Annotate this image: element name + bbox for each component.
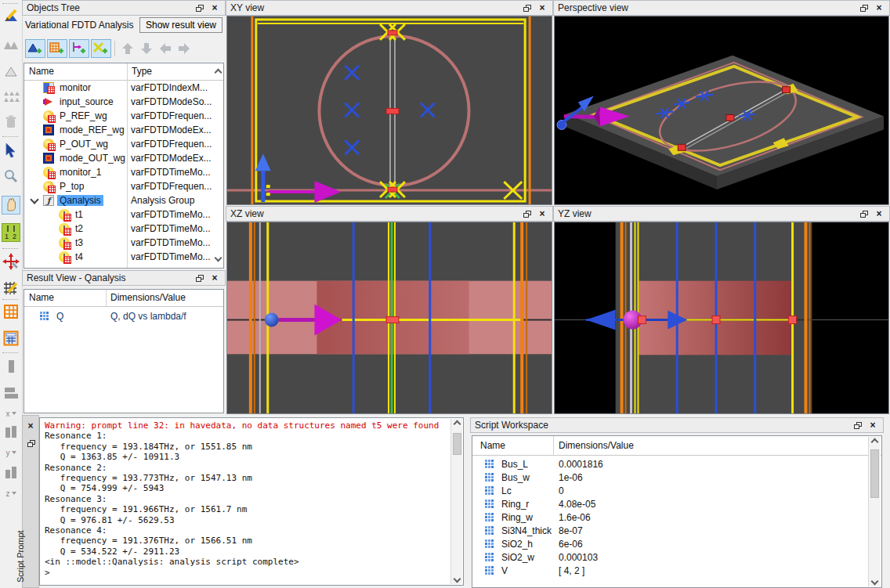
- align-depth-icon[interactable]: [2, 464, 20, 482]
- add-simulation-region-button[interactable]: [47, 39, 67, 58]
- float-panel-button[interactable]: [24, 438, 37, 449]
- align-bar-icon[interactable]: [2, 357, 20, 376]
- scroll-down-button[interactable]: [215, 254, 221, 265]
- ruler-icon[interactable]: 12: [2, 223, 20, 242]
- scroll-down-icon[interactable]: [871, 578, 879, 586]
- port-marker-bottom[interactable]: [388, 187, 397, 192]
- prompt-input-line[interactable]: >: [45, 568, 449, 578]
- script-prompt-output[interactable]: Warning: prompt line 32: in havedata, no…: [39, 417, 464, 586]
- column-name[interactable]: Name: [480, 436, 505, 453]
- align-y-dropdown[interactable]: y: [2, 446, 20, 459]
- perspective-canvas[interactable]: [554, 16, 889, 205]
- close-panel-button[interactable]: ×: [536, 208, 548, 219]
- float-panel-button[interactable]: [851, 420, 863, 431]
- result-view-titlebar[interactable]: Result View - Qanalysis ×: [22, 270, 226, 286]
- align-x-dropdown[interactable]: x: [2, 407, 20, 420]
- scrollbar-thumb[interactable]: [870, 449, 879, 498]
- delete-icon[interactable]: [2, 113, 20, 132]
- tree-row-t1[interactable]: t1varFDTDTimeMo...: [24, 207, 211, 222]
- column-value[interactable]: Dimensions/Value: [559, 436, 634, 453]
- workspace-row-bus-w[interactable]: Bus_w1e-06: [472, 471, 868, 484]
- prompt-scrollbar[interactable]: [450, 419, 462, 584]
- tree-row-qanalysis[interactable]: ƒQanalysisAnalysis Group: [24, 193, 211, 207]
- workspace-row-sio2-h[interactable]: SiO2_h6e-06: [472, 537, 868, 550]
- close-panel-button[interactable]: ×: [208, 272, 221, 283]
- port-marker-top[interactable]: [388, 31, 397, 35]
- edit-structure-icon[interactable]: [2, 6, 20, 25]
- port-marker[interactable]: [712, 316, 720, 324]
- close-panel-button[interactable]: ×: [866, 420, 879, 431]
- xy-canvas[interactable]: [226, 16, 552, 205]
- tree-row-t3[interactable]: t3varFDTDTimeMo...: [24, 236, 211, 250]
- zoom-extents-icon[interactable]: [2, 252, 20, 271]
- port-marker[interactable]: [639, 316, 646, 324]
- workspace-row-lc[interactable]: Lc0: [472, 484, 868, 497]
- tree-row-mode-out-wg[interactable]: mode_OUT_wgvarFDTDModeEx...: [24, 151, 211, 165]
- scroll-up-icon[interactable]: [453, 420, 461, 428]
- column-name[interactable]: Name: [29, 63, 54, 80]
- tree-row-monitor[interactable]: monitorvarFDTDIndexM...: [24, 81, 211, 95]
- move-right-button[interactable]: [175, 40, 193, 57]
- edit-grid-icon[interactable]: [2, 279, 20, 298]
- move-up-button[interactable]: [119, 40, 136, 57]
- yz-view-titlebar[interactable]: YZ view ×: [553, 206, 890, 222]
- column-value[interactable]: Dimensions/Value: [110, 290, 186, 306]
- column-name[interactable]: Name: [29, 290, 54, 306]
- close-panel-button[interactable]: ×: [24, 420, 37, 431]
- show-result-view-button[interactable]: Show result view: [139, 17, 222, 33]
- workspace-scrollbar[interactable]: [868, 437, 881, 586]
- xz-canvas[interactable]: [226, 222, 552, 414]
- pan-icon[interactable]: [2, 196, 20, 215]
- scroll-up-button[interactable]: [215, 67, 221, 78]
- add-analysis-button[interactable]: [91, 39, 111, 58]
- close-panel-button[interactable]: ×: [536, 2, 548, 13]
- script-prompt-tab-label[interactable]: Script Prompt: [16, 489, 25, 583]
- float-panel-button[interactable]: [857, 2, 870, 13]
- tree-row-p-top[interactable]: P_topvarFDTDFrequen...: [24, 179, 211, 193]
- column-separator[interactable]: [553, 436, 554, 455]
- workspace-row-sio2-w[interactable]: SiO2_w0.000103: [472, 550, 868, 564]
- yz-canvas[interactable]: [554, 222, 889, 414]
- distribute-horizontal-icon[interactable]: [2, 384, 20, 402]
- add-structure-button[interactable]: [25, 39, 45, 58]
- column-separator[interactable]: [106, 290, 107, 306]
- tree-row-p-out-wg[interactable]: P_OUT_wgvarFDTDFrequen...: [24, 137, 211, 151]
- port-marker-center[interactable]: [386, 109, 399, 114]
- column-type[interactable]: Type: [132, 63, 152, 80]
- result-row-q[interactable]: Q Q, dQ vs lambda/f: [24, 308, 223, 324]
- expand-chevron-icon[interactable]: [30, 195, 38, 204]
- close-panel-button[interactable]: ×: [873, 2, 885, 13]
- float-panel-button[interactable]: [193, 272, 205, 283]
- simulation-region-icon[interactable]: [2, 302, 20, 321]
- zoom-icon[interactable]: [2, 168, 20, 186]
- tree-row-mode-ref-wg[interactable]: mode_REF_wgvarFDTDModeEx...: [24, 123, 211, 137]
- float-panel-button[interactable]: [193, 2, 205, 13]
- objects-tree-titlebar[interactable]: Objects Tree ×: [22, 0, 226, 16]
- tree-row-t2[interactable]: t2varFDTDTimeMo...: [24, 222, 211, 236]
- xy-view-titlebar[interactable]: XY view ×: [226, 0, 553, 16]
- perspective-view-titlebar[interactable]: Perspective view ×: [553, 0, 890, 16]
- workspace-row-ring-w[interactable]: Ring_w1.6e-06: [472, 510, 868, 524]
- float-panel-button[interactable]: [520, 2, 533, 13]
- single-structure-icon[interactable]: [2, 63, 20, 81]
- script-workspace-titlebar[interactable]: Script Workspace ×: [470, 417, 884, 433]
- scroll-up-icon[interactable]: [871, 438, 879, 446]
- origin-sphere[interactable]: [265, 313, 279, 327]
- float-panel-button[interactable]: [520, 208, 533, 219]
- port-marker[interactable]: [386, 317, 399, 323]
- array-structures-icon[interactable]: [2, 88, 20, 106]
- move-down-button[interactable]: [138, 40, 155, 57]
- tree-row-monitor-1[interactable]: monitor_1varFDTDTimeMo...: [24, 165, 211, 179]
- xz-view-titlebar[interactable]: XZ view ×: [226, 206, 553, 222]
- run-simulation-icon[interactable]: [2, 329, 20, 348]
- tree-row-input-source[interactable]: input_sourcevarFDTDModeSo...: [24, 95, 211, 109]
- port-marker[interactable]: [789, 316, 797, 324]
- workspace-row-bus-l[interactable]: Bus_L0.0001816: [472, 457, 868, 471]
- close-panel-button[interactable]: ×: [873, 208, 885, 219]
- workspace-row-v[interactable]: V[ 4, 2 ]: [472, 564, 868, 577]
- float-panel-button[interactable]: [857, 208, 870, 219]
- workspace-row-ring-r[interactable]: Ring_r4.08e-05: [472, 497, 868, 510]
- scroll-down-icon[interactable]: [453, 575, 461, 583]
- workspace-row-si3n4-thick[interactable]: Si3N4_thick8e-07: [472, 524, 868, 537]
- close-panel-button[interactable]: ×: [208, 2, 221, 13]
